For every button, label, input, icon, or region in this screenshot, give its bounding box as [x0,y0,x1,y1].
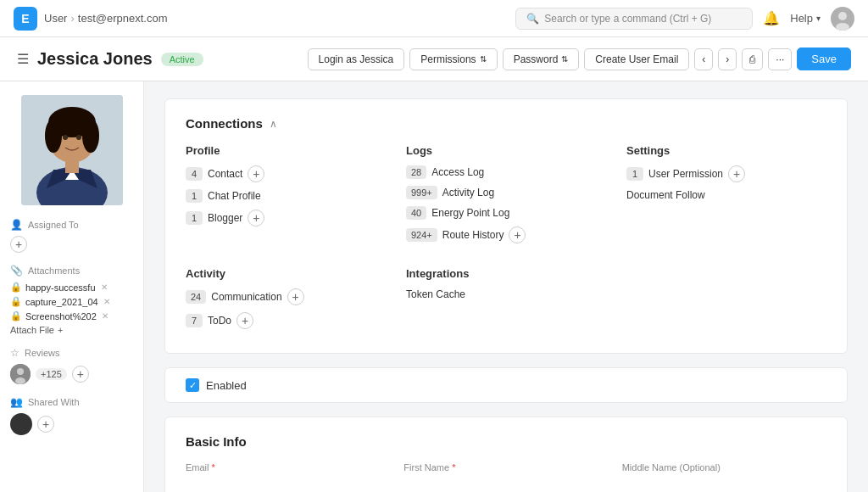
activity-column: Activity 24 Communication + 7 ToDo + [186,267,386,336]
middle-name-field-container: Middle Name (Optional) [622,462,826,492]
assigned-to-label: 👤 Assigned To [10,219,133,231]
activity-label[interactable]: Activity Log [442,187,494,198]
connections-title: Connections [186,116,263,131]
activity-badge: 999+ [406,186,437,199]
middle-name-input[interactable] [622,476,826,492]
comm-label[interactable]: Communication [211,291,281,303]
attachment-item-3: 🔒 Screenshot%202 ✕ [10,310,133,321]
lock-icon-1: 🔒 [10,282,22,293]
search-icon: 🔍 [526,13,539,25]
search-placeholder: Search or type a command (Ctrl + G) [544,13,711,25]
energy-label[interactable]: Energy Point Log [431,207,509,219]
logs-title: Logs [406,144,606,157]
basic-info-title: Basic Info [186,434,826,449]
reviews-label: ☆ Reviews [10,347,133,359]
activity-title: Activity [186,267,386,280]
breadcrumb-sep1: › [70,12,74,25]
shared-with-section: 👥 Shared With + [10,396,133,435]
access-log-row: 28 Access Log [406,165,606,179]
token-cache-label[interactable]: Token Cache [406,288,465,300]
svg-point-16 [17,368,24,375]
user-permission-row: 1 User Permission + [626,165,826,182]
add-comm-button[interactable]: + [287,288,304,305]
page-header: ☰ Jessica Jones Active Login as Jessica … [0,37,868,81]
email-input[interactable] [186,476,390,492]
blogger-label[interactable]: Blogger [208,212,242,224]
svg-rect-12 [65,161,79,173]
empty-col [626,267,826,336]
collapse-icon[interactable]: ∧ [270,118,277,130]
remove-attachment-1[interactable]: ✕ [101,282,108,292]
todo-label[interactable]: ToDo [208,315,231,327]
middle-name-label: Middle Name (Optional) [622,462,826,472]
attachment-item-1: 🔒 happy-successfu ✕ [10,282,133,293]
save-button[interactable]: Save [797,48,851,70]
chat-label[interactable]: Chat Profile [208,190,261,202]
blogger-row: 1 Blogger + [186,210,386,226]
settings-column: Settings 1 User Permission + Document Fo… [626,144,826,250]
add-route-button[interactable]: + [509,226,526,243]
doc-follow-label[interactable]: Document Follow [626,189,705,201]
more-button[interactable]: ··· [768,48,792,70]
assigned-to-section: 👤 Assigned To + [10,219,133,253]
nav-left: E User › test@erpnext.com [14,7,167,31]
chevron-down-icon: ▾ [816,14,821,23]
review-count: +125 [36,368,67,380]
first-name-label: First Name * [403,462,608,472]
permissions-label: Permissions [420,53,476,65]
add-todo-button[interactable]: + [236,312,253,329]
add-review-button[interactable]: + [72,366,89,383]
login-as-button[interactable]: Login as Jessica [308,48,405,70]
lock-icon-3: 🔒 [10,310,22,321]
integrations-title: Integrations [406,267,606,280]
header-actions: Login as Jessica Permissions ⇅ Password … [308,48,851,70]
add-shared-button[interactable]: + [37,416,54,433]
next-button[interactable]: › [718,48,737,70]
app-icon: E [14,7,37,31]
remove-attachment-2[interactable]: ✕ [103,297,110,306]
add-contact-button[interactable]: + [248,165,264,182]
token-cache-row: Token Cache [406,288,606,300]
hamburger-icon[interactable]: ☰ [17,51,29,67]
reviews-section: ☆ Reviews +125 + [10,347,133,384]
energy-log-row: 40 Energy Point Log [406,206,606,220]
review-avatar [10,364,31,384]
bell-icon[interactable]: 🔔 [763,10,780,26]
password-chevron: ⇅ [561,54,568,64]
password-button[interactable]: Password ⇅ [503,48,580,70]
route-label[interactable]: Route History [442,229,504,241]
share-icon: 👥 [10,396,23,408]
print-button[interactable]: ⎙ [742,48,763,70]
add-user-perm-button[interactable]: + [728,165,745,182]
page-title-area: ☰ Jessica Jones Active [17,49,203,69]
add-blogger-button[interactable]: + [248,210,264,226]
first-name-required: * [452,462,455,472]
email-label: Email * [186,462,390,472]
access-label[interactable]: Access Log [431,166,484,178]
attach-file-button[interactable]: Attach File + [10,325,63,335]
chat-badge: 1 [186,189,203,203]
top-nav: E User › test@erpnext.com 🔍 Search or ty… [0,0,868,37]
search-bar[interactable]: 🔍 Search or type a command (Ctrl + G) [515,8,753,30]
contact-label[interactable]: Contact [208,168,242,180]
avatar[interactable] [831,7,854,31]
enabled-checkbox[interactable]: ✓ [186,378,199,392]
create-user-email-button[interactable]: Create User Email [584,48,689,70]
add-assigned-button[interactable]: + [10,236,27,253]
attachment-name-3: Screenshot%202 [25,311,97,321]
paperclip-icon: 📎 [10,265,23,277]
route-badge: 924+ [406,228,437,242]
review-row: +125 + [10,364,133,384]
attach-plus-icon: + [58,325,63,335]
energy-badge: 40 [406,206,426,220]
user-perm-label[interactable]: User Permission [648,168,723,180]
breadcrumb-user[interactable]: User [44,12,67,25]
first-name-input[interactable] [403,476,608,492]
attachment-item-2: 🔒 capture_2021_04 ✕ [10,296,133,307]
help-button[interactable]: Help ▾ [790,12,821,25]
prev-button[interactable]: ‹ [694,48,713,70]
svg-point-8 [82,119,99,153]
remove-attachment-3[interactable]: ✕ [102,311,108,321]
permissions-button[interactable]: Permissions ⇅ [409,48,497,70]
attachment-name-2: capture_2021_04 [25,297,98,307]
